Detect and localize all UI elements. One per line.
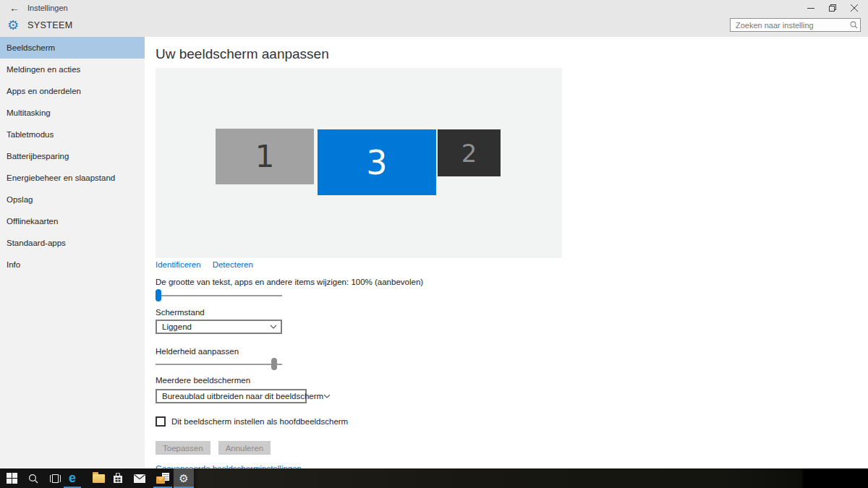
section-title: SYSTEEM <box>27 20 73 30</box>
scaling-slider-handle[interactable] <box>156 289 161 301</box>
cancel-button[interactable]: Annuleren <box>218 441 271 455</box>
folder-icon <box>93 474 105 483</box>
task-view-icon <box>50 474 61 483</box>
monitor-action-links: Identificeren Detecteren <box>156 260 253 269</box>
brightness-slider[interactable] <box>156 358 282 370</box>
apply-button[interactable]: Toepassen <box>156 441 210 455</box>
action-buttons: Toepassen Annuleren <box>156 441 271 455</box>
detect-link[interactable]: Detecteren <box>213 260 253 269</box>
sidebar-item-batterijbesparing[interactable]: Batterijbesparing <box>0 145 145 167</box>
search-input[interactable] <box>731 21 847 30</box>
close-icon <box>851 4 858 12</box>
monitor-2-number: 2 <box>461 139 477 168</box>
sidebar-item-offlinekaarten[interactable]: Offlinekaarten <box>0 210 145 232</box>
restore-icon <box>829 4 836 12</box>
gear-icon: ⚙ <box>179 468 188 488</box>
scaling-slider-track[interactable] <box>156 295 282 296</box>
primary-display-check-row: Dit beeldscherm instellen als hoofdbeeld… <box>156 416 348 427</box>
brightness-slider-track[interactable] <box>156 364 282 365</box>
mail-button[interactable] <box>131 468 148 488</box>
minimize-icon <box>807 4 814 12</box>
primary-display-checkbox[interactable] <box>156 416 166 427</box>
outlook-icon <box>156 473 169 484</box>
close-button[interactable] <box>843 0 865 16</box>
monitor-arrangement-diagram: 1 3 2 <box>156 68 562 258</box>
settings-window: ← Instellingen ⚙ SYSTEEM Beeldscherm Mel… <box>0 0 868 488</box>
monitor-1-number: 1 <box>255 139 275 174</box>
sidebar-item-meldingen[interactable]: Meldingen en acties <box>0 59 145 80</box>
orientation-value: Liggend <box>157 322 266 331</box>
orientation-dropdown[interactable]: Liggend <box>156 320 282 334</box>
brightness-slider-handle[interactable] <box>271 358 277 370</box>
back-button[interactable]: ← <box>7 1 22 14</box>
monitor-3-number: 3 <box>366 143 387 182</box>
multi-display-label: Meerdere beeldschermen <box>156 376 250 385</box>
chevron-down-icon <box>323 394 331 398</box>
identify-link[interactable]: Identificeren <box>156 260 201 269</box>
settings-search[interactable] <box>730 18 861 32</box>
display-settings-pane: Uw beeldscherm aanpassen 1 3 2 Identific… <box>145 37 868 468</box>
window-controls <box>800 0 865 16</box>
task-view-button[interactable] <box>46 468 64 488</box>
monitor-3[interactable]: 3 <box>318 129 436 195</box>
chevron-down-icon <box>266 325 281 329</box>
mail-envelope-icon <box>134 474 145 483</box>
sidebar-item-standaard-apps[interactable]: Standaard-apps <box>0 232 145 254</box>
scaling-slider[interactable] <box>156 289 282 301</box>
restore-button[interactable] <box>822 0 843 16</box>
start-button[interactable] <box>1 468 22 488</box>
settings-sidebar: Beeldscherm Meldingen en acties Apps en … <box>0 37 145 468</box>
orientation-label: Schermstand <box>156 308 205 317</box>
primary-display-checkbox-label: Dit beeldscherm instellen als hoofdbeeld… <box>171 417 348 426</box>
system-gear-icon: ⚙ <box>5 17 21 33</box>
file-explorer-button[interactable] <box>90 468 107 488</box>
sidebar-item-apps[interactable]: Apps en onderdelen <box>0 80 145 102</box>
store-bag-icon <box>113 473 123 484</box>
taskbar: e ⚙ <box>0 468 868 488</box>
sidebar-item-opslag[interactable]: Opslag <box>0 189 145 210</box>
brightness-label: Helderheid aanpassen <box>156 347 239 356</box>
windows-logo-icon <box>7 473 17 484</box>
sidebar-item-beeldscherm[interactable]: Beeldscherm <box>0 37 145 59</box>
minimize-button[interactable] <box>800 0 822 16</box>
outlook-button[interactable] <box>153 468 172 488</box>
edge-icon: e <box>69 468 76 488</box>
taskbar-settings-button[interactable]: ⚙ <box>174 468 194 488</box>
sidebar-item-info[interactable]: Info <box>0 254 145 275</box>
taskbar-search-button[interactable] <box>25 468 42 488</box>
window-title: Instellingen <box>27 4 68 12</box>
sidebar-item-energiebeheer[interactable]: Energiebeheer en slaapstand <box>0 167 145 189</box>
multi-display-dropdown[interactable]: Bureaublad uitbreiden naar dit beeldsche… <box>156 389 307 403</box>
search-icon[interactable] <box>847 19 860 31</box>
monitor-1[interactable]: 1 <box>216 129 314 184</box>
search-icon <box>28 474 38 484</box>
window-header: ← Instellingen ⚙ SYSTEEM <box>0 0 868 37</box>
monitor-2[interactable]: 2 <box>438 129 501 176</box>
sidebar-item-tabletmodus[interactable]: Tabletmodus <box>0 124 145 145</box>
page-title: Uw beeldscherm aanpassen <box>156 46 329 62</box>
multi-display-value: Bureaublad uitbreiden naar dit beeldsche… <box>157 392 323 401</box>
sidebar-item-multitasking[interactable]: Multitasking <box>0 102 145 124</box>
scaling-label: De grootte van tekst, apps en andere ite… <box>156 278 423 286</box>
edge-button[interactable]: e <box>64 468 81 488</box>
store-button[interactable] <box>109 468 127 488</box>
